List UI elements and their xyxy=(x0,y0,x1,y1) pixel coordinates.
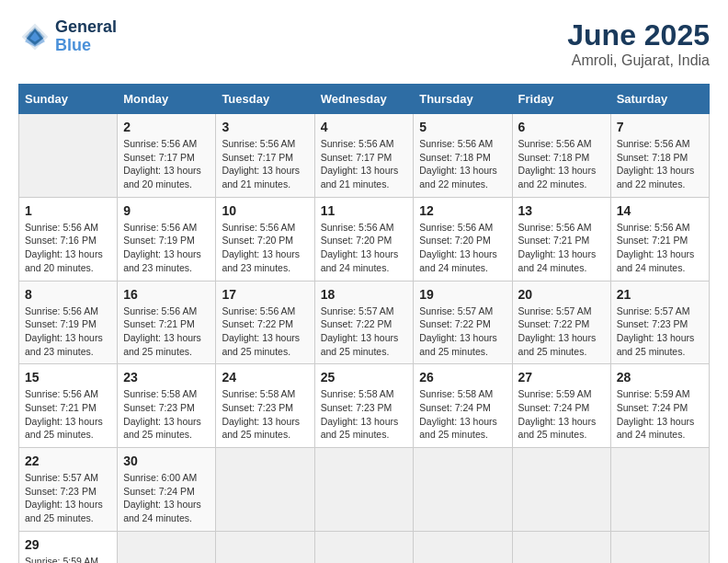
day-number: 23 xyxy=(123,370,210,385)
calendar-cell: 17 Sunrise: 5:56 AM Sunset: 7:22 PM Dayl… xyxy=(216,281,314,364)
day-number: 28 xyxy=(617,370,703,385)
sunrise-text: Sunrise: 5:56 AM xyxy=(222,137,308,151)
day-number: 3 xyxy=(222,120,308,134)
col-sunday: Sunday xyxy=(19,85,118,114)
sunrise-text: Sunrise: 5:59 AM xyxy=(25,555,111,563)
sunset-text: Sunset: 7:17 PM xyxy=(123,151,210,165)
daylight-text: Daylight: 13 hours and 25 minutes. xyxy=(123,331,210,358)
col-saturday: Saturday xyxy=(610,85,709,114)
calendar-cell: 6 Sunrise: 5:56 AM Sunset: 7:18 PM Dayli… xyxy=(512,114,610,198)
day-info: Sunrise: 5:56 AM Sunset: 7:21 PM Dayligh… xyxy=(617,221,703,275)
sunrise-text: Sunrise: 5:58 AM xyxy=(123,387,210,401)
sunrise-text: Sunrise: 5:56 AM xyxy=(617,221,703,235)
sunset-text: Sunset: 7:18 PM xyxy=(518,151,605,165)
sunrise-text: Sunrise: 5:56 AM xyxy=(123,137,210,151)
calendar-cell: 22 Sunrise: 5:57 AM Sunset: 7:23 PM Dayl… xyxy=(19,448,118,532)
sunset-text: Sunset: 7:23 PM xyxy=(123,401,210,415)
calendar-cell: 12 Sunrise: 5:56 AM Sunset: 7:20 PM Dayl… xyxy=(414,197,512,281)
day-number: 30 xyxy=(123,454,210,468)
daylight-text: Daylight: 13 hours and 20 minutes. xyxy=(25,247,111,274)
calendar-cell xyxy=(512,448,610,532)
sunrise-text: Sunrise: 5:58 AM xyxy=(419,387,506,401)
calendar-body: 2 Sunrise: 5:56 AM Sunset: 7:17 PM Dayli… xyxy=(19,114,710,564)
daylight-text: Daylight: 13 hours and 25 minutes. xyxy=(321,415,408,442)
sunset-text: Sunset: 7:22 PM xyxy=(419,317,506,331)
calendar-cell: 8 Sunrise: 5:56 AM Sunset: 7:19 PM Dayli… xyxy=(19,281,118,364)
calendar-cell: 21 Sunrise: 5:57 AM Sunset: 7:23 PM Dayl… xyxy=(610,281,709,364)
week-row: 2 Sunrise: 5:56 AM Sunset: 7:17 PM Dayli… xyxy=(19,114,710,198)
day-info: Sunrise: 5:56 AM Sunset: 7:21 PM Dayligh… xyxy=(518,221,605,275)
day-number: 12 xyxy=(419,203,506,218)
day-number: 9 xyxy=(123,203,210,218)
sunrise-text: Sunrise: 5:58 AM xyxy=(222,387,308,401)
calendar-cell: 2 Sunrise: 5:56 AM Sunset: 7:17 PM Dayli… xyxy=(118,114,216,198)
calendar-cell: 24 Sunrise: 5:58 AM Sunset: 7:23 PM Dayl… xyxy=(216,364,314,448)
calendar-cell: 19 Sunrise: 5:57 AM Sunset: 7:22 PM Dayl… xyxy=(414,281,512,364)
daylight-text: Daylight: 13 hours and 24 minutes. xyxy=(123,498,210,524)
daylight-text: Daylight: 13 hours and 25 minutes. xyxy=(518,331,605,358)
sunrise-text: Sunrise: 5:57 AM xyxy=(518,304,605,318)
day-number: 15 xyxy=(25,370,111,385)
sunset-text: Sunset: 7:19 PM xyxy=(123,234,210,247)
day-info: Sunrise: 5:57 AM Sunset: 7:23 PM Dayligh… xyxy=(25,471,111,525)
day-info: Sunrise: 5:57 AM Sunset: 7:23 PM Dayligh… xyxy=(617,304,703,359)
calendar-cell: 7 Sunrise: 5:56 AM Sunset: 7:18 PM Dayli… xyxy=(610,114,709,198)
calendar-cell: 14 Sunrise: 5:56 AM Sunset: 7:21 PM Dayl… xyxy=(610,197,709,281)
sunset-text: Sunset: 7:22 PM xyxy=(222,317,308,331)
logo-icon xyxy=(18,20,51,53)
sunset-text: Sunset: 7:22 PM xyxy=(321,317,408,331)
calendar-cell: 16 Sunrise: 5:56 AM Sunset: 7:21 PM Dayl… xyxy=(118,281,216,364)
sunrise-text: Sunrise: 5:57 AM xyxy=(419,304,506,318)
daylight-text: Daylight: 13 hours and 24 minutes. xyxy=(419,247,506,274)
day-info: Sunrise: 5:58 AM Sunset: 7:23 PM Dayligh… xyxy=(123,387,210,442)
sunrise-text: Sunrise: 5:57 AM xyxy=(321,304,408,318)
calendar-cell: 29 Sunrise: 5:59 AM Sunset: 7:24 PM Dayl… xyxy=(19,531,118,563)
day-number: 19 xyxy=(419,287,506,302)
day-number: 20 xyxy=(518,287,605,302)
week-row: 8 Sunrise: 5:56 AM Sunset: 7:19 PM Dayli… xyxy=(19,281,710,364)
calendar-cell xyxy=(314,448,414,532)
day-number: 21 xyxy=(617,287,703,302)
daylight-text: Daylight: 13 hours and 25 minutes. xyxy=(222,415,308,442)
daylight-text: Daylight: 13 hours and 25 minutes. xyxy=(419,415,506,442)
day-number: 4 xyxy=(321,120,408,134)
day-info: Sunrise: 5:56 AM Sunset: 7:17 PM Dayligh… xyxy=(222,137,308,191)
logo-text: General Blue xyxy=(55,18,117,55)
col-thursday: Thursday xyxy=(414,85,512,114)
logo: General Blue xyxy=(18,18,117,55)
sunset-text: Sunset: 7:18 PM xyxy=(617,151,703,165)
day-info: Sunrise: 5:56 AM Sunset: 7:18 PM Dayligh… xyxy=(419,137,506,191)
calendar-table: Sunday Monday Tuesday Wednesday Thursday… xyxy=(18,84,710,563)
calendar-cell xyxy=(414,531,512,563)
week-row: 15 Sunrise: 5:56 AM Sunset: 7:21 PM Dayl… xyxy=(19,364,710,448)
page-header: General Blue June 2025 Amroli, Gujarat, … xyxy=(18,18,710,69)
day-number: 10 xyxy=(222,203,308,218)
title-block: June 2025 Amroli, Gujarat, India xyxy=(567,18,710,69)
calendar-cell xyxy=(610,531,709,563)
daylight-text: Daylight: 13 hours and 22 minutes. xyxy=(419,164,506,190)
calendar-cell xyxy=(414,448,512,532)
day-info: Sunrise: 5:59 AM Sunset: 7:24 PM Dayligh… xyxy=(617,387,703,442)
sunrise-text: Sunrise: 5:56 AM xyxy=(222,304,308,318)
header-row: Sunday Monday Tuesday Wednesday Thursday… xyxy=(19,85,710,114)
calendar-cell: 13 Sunrise: 5:56 AM Sunset: 7:21 PM Dayl… xyxy=(512,197,610,281)
sunset-text: Sunset: 7:21 PM xyxy=(617,234,703,247)
day-info: Sunrise: 5:56 AM Sunset: 7:19 PM Dayligh… xyxy=(123,221,210,275)
daylight-text: Daylight: 13 hours and 23 minutes. xyxy=(25,331,111,358)
sunrise-text: Sunrise: 5:59 AM xyxy=(518,387,605,401)
calendar-title: June 2025 xyxy=(567,18,710,52)
calendar-cell xyxy=(314,531,414,563)
day-info: Sunrise: 5:59 AM Sunset: 7:24 PM Dayligh… xyxy=(518,387,605,442)
sunset-text: Sunset: 7:21 PM xyxy=(123,317,210,331)
day-info: Sunrise: 5:56 AM Sunset: 7:21 PM Dayligh… xyxy=(123,304,210,359)
day-number: 5 xyxy=(419,120,506,134)
sunset-text: Sunset: 7:23 PM xyxy=(321,401,408,415)
day-info: Sunrise: 5:56 AM Sunset: 7:21 PM Dayligh… xyxy=(25,387,111,442)
day-number: 25 xyxy=(321,370,408,385)
day-number: 27 xyxy=(518,370,605,385)
sunrise-text: Sunrise: 5:56 AM xyxy=(25,221,111,235)
sunset-text: Sunset: 7:17 PM xyxy=(321,151,408,165)
day-info: Sunrise: 5:59 AM Sunset: 7:24 PM Dayligh… xyxy=(25,555,111,563)
day-number: 24 xyxy=(222,370,308,385)
sunset-text: Sunset: 7:23 PM xyxy=(617,317,703,331)
